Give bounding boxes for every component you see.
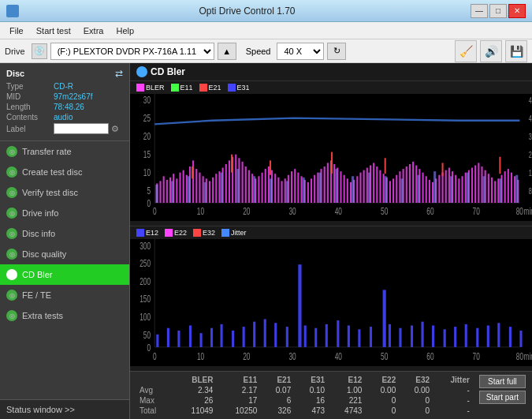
svg-rect-103 bbox=[409, 164, 411, 203]
svg-rect-97 bbox=[389, 181, 391, 203]
svg-rect-123 bbox=[474, 165, 476, 203]
svg-rect-75 bbox=[317, 173, 318, 203]
menu-help[interactable]: Help bbox=[110, 24, 140, 37]
row-total-e21: 326 bbox=[260, 406, 294, 416]
status-window-button[interactable]: Status window >> bbox=[0, 399, 129, 419]
nav-label-cd-bler: CD Bler bbox=[22, 270, 53, 279]
drive-select[interactable]: (F:) PLEXTOR DVDR PX-716A 1.11 bbox=[50, 43, 214, 60]
svg-rect-44 bbox=[215, 174, 217, 203]
maximize-button[interactable]: □ bbox=[489, 4, 507, 18]
stats-header-e12: E12 bbox=[328, 375, 365, 385]
svg-rect-55 bbox=[251, 174, 253, 203]
nav-label-fe-te: FE / TE bbox=[22, 290, 51, 300]
svg-rect-117 bbox=[455, 175, 456, 203]
svg-rect-215 bbox=[454, 327, 456, 347]
sidebar-item-fe-te[interactable]: ◎ FE / TE bbox=[0, 285, 129, 305]
gear-icon[interactable]: ⚙ bbox=[111, 124, 119, 134]
disc-arrow-icon[interactable]: ⇄ bbox=[115, 68, 123, 79]
svg-rect-196 bbox=[253, 322, 255, 347]
svg-rect-108 bbox=[426, 176, 427, 203]
start-part-button[interactable]: Start part bbox=[479, 391, 526, 404]
svg-rect-48 bbox=[229, 160, 230, 203]
svg-rect-165 bbox=[499, 178, 501, 203]
sidebar-item-cd-bler[interactable]: ◎ CD Bler bbox=[0, 264, 129, 285]
svg-rect-57 bbox=[258, 176, 259, 203]
svg-rect-140 bbox=[331, 152, 333, 174]
close-button[interactable]: ✕ bbox=[508, 4, 526, 18]
svg-rect-43 bbox=[212, 178, 214, 203]
save-button[interactable]: 💾 bbox=[505, 40, 527, 62]
svg-rect-194 bbox=[232, 331, 234, 347]
svg-rect-122 bbox=[471, 168, 473, 203]
stats-header-bler: BLER bbox=[172, 375, 216, 385]
nav-icon-disc-info: ◎ bbox=[6, 228, 17, 239]
svg-text:10: 10 bbox=[143, 168, 151, 178]
svg-rect-64 bbox=[281, 181, 283, 203]
svg-rect-80 bbox=[333, 164, 335, 203]
eraser-button[interactable]: 🧹 bbox=[455, 40, 477, 62]
chart-bottom-svg: 300 250 200 150 100 50 0 0 10 20 30 40 5… bbox=[130, 239, 532, 366]
row-avg-e21: 0.07 bbox=[260, 385, 294, 395]
nav-icon-verify: ◎ bbox=[6, 187, 17, 198]
legend-e22-label: E22 bbox=[174, 229, 187, 237]
nav-label-extra-tests: Extra tests bbox=[22, 311, 63, 320]
legend-e12-label: E12 bbox=[146, 229, 158, 237]
svg-text:0: 0 bbox=[153, 350, 157, 361]
svg-rect-217 bbox=[476, 328, 478, 347]
svg-rect-47 bbox=[225, 164, 227, 203]
row-total-bler: 11049 bbox=[172, 406, 216, 416]
svg-text:48 X: 48 X bbox=[529, 96, 532, 106]
drive-label: Drive bbox=[5, 47, 25, 56]
sidebar-item-disc-quality[interactable]: ◎ Disc quality bbox=[0, 244, 129, 264]
sidebar-item-create-test-disc[interactable]: ◎ Create test disc bbox=[0, 162, 129, 182]
disc-type-label: Type bbox=[6, 82, 54, 91]
svg-rect-120 bbox=[465, 173, 467, 203]
minimize-button[interactable]: — bbox=[471, 4, 488, 18]
svg-rect-65 bbox=[285, 178, 286, 203]
svg-rect-150 bbox=[253, 176, 255, 203]
speed-select[interactable]: 40 X bbox=[277, 43, 324, 60]
status-window-label: Status window >> bbox=[6, 405, 75, 414]
row-avg-label: Avg bbox=[136, 385, 172, 395]
stats-area: BLER E11 E21 E31 E12 E22 E32 Jitter Avg bbox=[130, 371, 532, 419]
svg-rect-206 bbox=[358, 329, 360, 347]
svg-rect-148 bbox=[220, 173, 222, 203]
disc-label-input[interactable] bbox=[54, 123, 109, 134]
legend-jitter: Jitter bbox=[221, 229, 247, 237]
sidebar-item-disc-info[interactable]: ◎ Disc info bbox=[0, 223, 129, 244]
menu-file[interactable]: File bbox=[3, 24, 30, 37]
svg-text:20: 20 bbox=[143, 132, 151, 142]
start-full-button[interactable]: Start full bbox=[479, 375, 526, 388]
svg-rect-155 bbox=[335, 169, 337, 203]
svg-rect-67 bbox=[291, 171, 292, 203]
menu-start-test[interactable]: Start test bbox=[30, 24, 77, 37]
svg-rect-151 bbox=[270, 178, 272, 203]
svg-rect-161 bbox=[433, 171, 436, 203]
svg-rect-158 bbox=[385, 176, 387, 203]
svg-rect-34 bbox=[183, 170, 184, 203]
legend-bler-label: BLER bbox=[146, 84, 165, 92]
nav-icon-extra: ◎ bbox=[6, 310, 17, 321]
nav-label-disc-quality: Disc quality bbox=[22, 249, 66, 259]
eject-button[interactable]: ▲ bbox=[218, 43, 236, 60]
menu-extra[interactable]: Extra bbox=[77, 24, 110, 37]
svg-text:20: 20 bbox=[243, 350, 250, 361]
sidebar-item-transfer-rate[interactable]: ◎ Transfer rate bbox=[0, 141, 129, 162]
svg-text:0: 0 bbox=[153, 207, 157, 217]
sidebar-item-extra-tests[interactable]: ◎ Extra tests bbox=[0, 305, 129, 326]
svg-rect-69 bbox=[297, 173, 299, 203]
row-avg-jitter: - bbox=[433, 385, 473, 395]
refresh-button[interactable]: ↻ bbox=[327, 43, 346, 60]
svg-rect-160 bbox=[417, 175, 419, 203]
sidebar-item-drive-info[interactable]: ◎ Drive info bbox=[0, 203, 129, 223]
svg-text:80: 80 bbox=[516, 207, 523, 217]
row-total-e31: 473 bbox=[294, 406, 328, 416]
nav-icon-cd-bler: ◎ bbox=[6, 269, 17, 280]
rip-button[interactable]: 🔊 bbox=[480, 40, 502, 62]
row-max-jitter: - bbox=[433, 395, 473, 406]
svg-text:50: 50 bbox=[381, 350, 388, 361]
charts-area: BLER E11 E21 E31 bbox=[130, 81, 532, 371]
nav-label-drive-info: Drive info bbox=[22, 208, 58, 218]
sidebar-item-verify-test-disc[interactable]: ◎ Verify test disc bbox=[0, 182, 129, 203]
nav-label-disc-info: Disc info bbox=[22, 229, 55, 238]
